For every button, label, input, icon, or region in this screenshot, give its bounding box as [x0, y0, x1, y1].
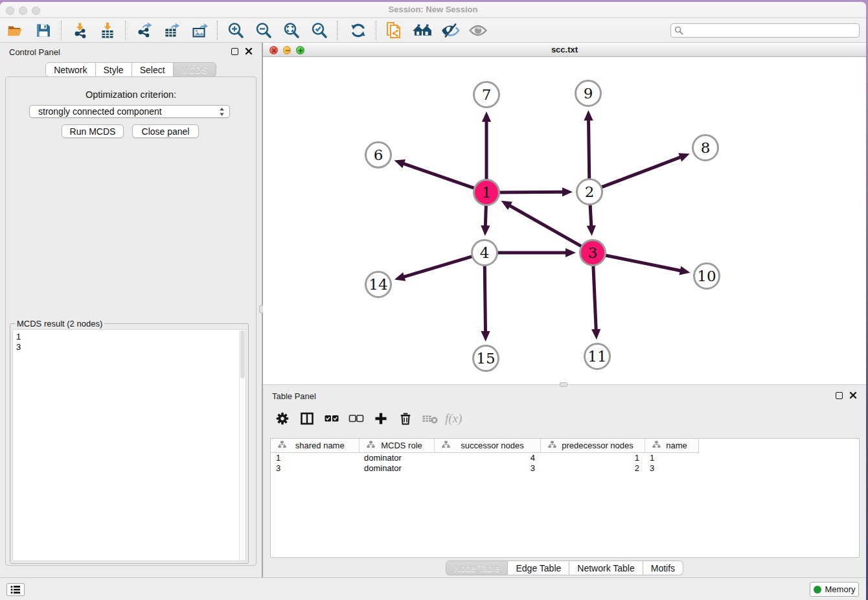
table-cell[interactable]: 3 — [645, 463, 698, 474]
optimization-criterion-select[interactable]: strongly connected component — [29, 105, 230, 118]
graph-edge-1-6[interactable] — [403, 163, 475, 189]
column-header-shared-name[interactable]: shared name — [271, 439, 359, 453]
search-input[interactable] — [670, 23, 860, 38]
control-panel-float-button[interactable] — [231, 48, 238, 55]
graph-node-label-2: 2 — [585, 183, 595, 200]
table-panel-close-button[interactable] — [849, 391, 857, 399]
graph-node-label-8: 8 — [701, 139, 711, 156]
network-window-title: scc.txt — [263, 45, 866, 54]
save-session-button[interactable] — [34, 20, 53, 41]
table-cell[interactable]: 3 — [434, 463, 540, 474]
first-neighbors-button[interactable] — [413, 20, 432, 41]
table-cell[interactable]: 1 — [645, 453, 698, 463]
column-header-label: name — [661, 441, 698, 450]
zoom-out-icon — [255, 21, 273, 40]
tab-mcds[interactable]: MCDS — [174, 62, 216, 77]
refresh-button[interactable] — [348, 20, 368, 41]
network-canvas[interactable]: 7968124314101511 — [263, 57, 866, 384]
zoom-out-button[interactable] — [254, 20, 273, 41]
search-container — [670, 23, 860, 38]
graph-edge-2-9[interactable] — [589, 119, 589, 180]
zoom-in-button[interactable] — [226, 20, 246, 41]
table-cell[interactable]: 3 — [271, 463, 359, 474]
mcds-result-groupbox: MCDS result (2 nodes) 1 3 — [10, 323, 249, 564]
table-row[interactable]: 1dominator411 — [271, 453, 698, 463]
horizontal-splitter-grip[interactable] — [560, 382, 567, 387]
save-floppy-icon — [34, 21, 52, 40]
table-cell[interactable]: 1 — [271, 453, 359, 463]
table-tab-edge-table[interactable]: Edge Table — [508, 560, 569, 575]
graph-edge-1-4[interactable] — [485, 204, 486, 227]
graph-edge-3-1[interactable] — [509, 205, 582, 247]
column-header-MCDS-role[interactable]: MCDS role — [359, 439, 434, 453]
tab-style[interactable]: Style — [96, 62, 132, 77]
graph-edge-arrowhead — [679, 266, 690, 275]
table-cell[interactable]: 1 — [540, 453, 645, 463]
table-tab-network-table[interactable]: Network Table — [569, 560, 643, 575]
double-home-icon — [413, 21, 432, 40]
graph-edge-2-8[interactable] — [600, 157, 681, 187]
graph-node-label-15: 15 — [476, 350, 495, 367]
right-column: scc.txt 7968124314101511 Table Panel — [263, 43, 866, 577]
column-header-name[interactable]: name — [645, 439, 698, 453]
zoom-selected-button[interactable] — [310, 20, 329, 41]
table-column-layout-button[interactable] — [299, 410, 315, 427]
table-tab-motifs[interactable]: Motifs — [643, 560, 683, 575]
hide-selected-button[interactable] — [440, 20, 460, 41]
graph-edge-3-10[interactable] — [604, 255, 681, 271]
table-deselect-all-button[interactable] — [348, 410, 365, 427]
column-header-label: MCDS role — [375, 441, 434, 450]
import-table-button[interactable] — [98, 20, 117, 41]
column-header-successor-nodes[interactable]: successor nodes — [434, 439, 540, 453]
graph-edge-3-11[interactable] — [593, 264, 596, 330]
toolbar-separator — [376, 21, 376, 40]
import-network-button[interactable] — [70, 20, 89, 41]
app-titlebar[interactable]: Session: New Session — [0, 2, 866, 18]
table-select-all-button[interactable] — [323, 410, 340, 427]
table-panel-float-button[interactable] — [836, 392, 843, 399]
mcds-result-textarea[interactable]: 1 3 — [12, 329, 246, 561]
graph-edge-2-3[interactable] — [590, 203, 591, 227]
table-tab-node-table[interactable]: Node Table — [446, 560, 508, 575]
optimization-criterion-label: Optimization criterion: — [6, 89, 256, 100]
close-panel-button[interactable]: Close panel — [132, 124, 199, 138]
table-settings-button[interactable] — [274, 410, 291, 427]
zoom-fit-button[interactable] — [282, 20, 301, 41]
table-delete-table-button[interactable] — [422, 410, 439, 427]
export-image-button[interactable] — [190, 20, 209, 41]
main-toolbar — [0, 18, 866, 43]
table-cell[interactable]: dominator — [359, 453, 434, 463]
task-history-button[interactable] — [6, 583, 25, 596]
tab-select[interactable]: Select — [132, 62, 174, 77]
show-all-button[interactable] — [468, 20, 488, 41]
import-table-icon — [98, 21, 117, 40]
column-header-label: predecessor nodes — [556, 441, 645, 450]
column-header-predecessor-nodes[interactable]: predecessor nodes — [540, 439, 645, 453]
graph-node-label-7: 7 — [482, 86, 492, 103]
tab-network[interactable]: Network — [45, 62, 95, 77]
open-session-button[interactable] — [6, 20, 25, 41]
table-row[interactable]: 3dominator323 — [271, 463, 698, 474]
export-table-button[interactable] — [162, 20, 181, 41]
run-mcds-button[interactable]: Run MCDS — [62, 124, 124, 138]
table-cell[interactable]: dominator — [359, 463, 434, 474]
table-add-column-button[interactable] — [372, 410, 389, 427]
graph-edge-4-15[interactable] — [485, 264, 485, 332]
function-builder-button[interactable]: f(x) — [445, 411, 462, 426]
export-network-button[interactable] — [134, 20, 154, 41]
table-cell[interactable]: 2 — [540, 463, 645, 474]
graph-node-label-6: 6 — [374, 146, 383, 163]
graph-edge-1-2[interactable] — [498, 192, 564, 192]
control-panel-close-button[interactable] — [245, 47, 253, 55]
network-window-titlebar[interactable]: scc.txt — [263, 43, 866, 57]
zoom-fit-icon — [282, 21, 301, 40]
clone-network-button[interactable] — [385, 20, 404, 41]
table-cell[interactable]: 4 — [434, 453, 540, 463]
open-folder-icon — [6, 21, 25, 40]
graph-edge-4-14[interactable] — [403, 256, 473, 277]
result-scrollbar-thumb[interactable] — [240, 330, 245, 378]
result-scrollbar[interactable] — [239, 330, 246, 560]
memory-button[interactable]: Memory — [810, 582, 859, 597]
column-header-label: shared name — [286, 441, 359, 450]
table-delete-column-button[interactable] — [397, 410, 414, 427]
